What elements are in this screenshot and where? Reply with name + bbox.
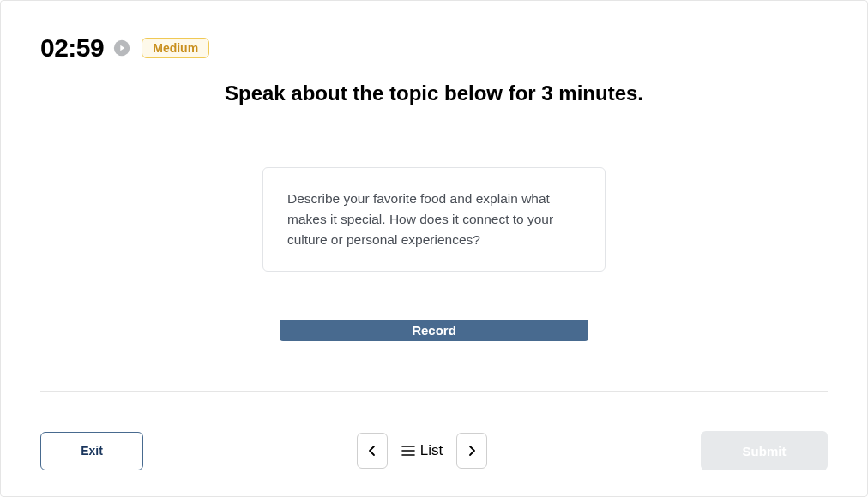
exercise-panel: 02:59 Medium Speak about the topic below… [0, 0, 868, 497]
difficulty-badge: Medium [142, 38, 209, 58]
next-button[interactable] [456, 433, 487, 469]
exit-button[interactable]: Exit [40, 432, 143, 470]
play-icon[interactable] [112, 39, 131, 57]
list-label: List [420, 442, 443, 459]
submit-button[interactable]: Submit [701, 431, 828, 470]
instruction-text: Speak about the topic below for 3 minute… [40, 81, 828, 105]
chevron-left-icon [368, 445, 377, 457]
prompt-text: Describe your favorite food and explain … [287, 191, 553, 247]
timer-display: 02:59 [40, 33, 104, 63]
menu-icon [401, 446, 415, 456]
chevron-right-icon [467, 445, 476, 457]
prev-button[interactable] [357, 433, 388, 469]
record-button[interactable]: Record [280, 320, 588, 341]
header-row: 02:59 Medium [40, 33, 828, 63]
prompt-card: Describe your favorite food and explain … [262, 167, 606, 272]
list-button[interactable]: List [396, 435, 448, 466]
pagination-group: List [357, 433, 487, 469]
footer-nav: Exit List Submit [40, 392, 828, 470]
